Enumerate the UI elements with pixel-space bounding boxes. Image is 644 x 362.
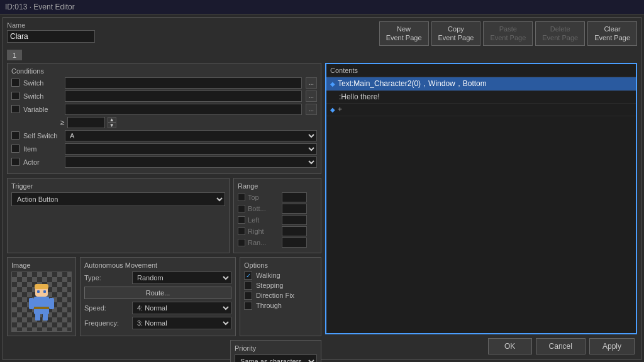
apply-button[interactable]: Apply: [589, 338, 635, 354]
autonomous-title: Autonomous Movement: [84, 261, 231, 269]
option-dirfix-row: Direction Fix: [244, 292, 317, 300]
contents-list[interactable]: ◆ Text:Main_Character2(0)，Window，Bottom …: [326, 77, 636, 333]
name-input[interactable]: [7, 30, 95, 43]
title-text: ID:013 · Event Editor: [5, 3, 75, 11]
switch1-dots-button[interactable]: ...: [306, 77, 317, 89]
range-random-checkbox[interactable]: [238, 239, 245, 246]
range-right-label: Right: [248, 228, 279, 235]
switch2-checkbox[interactable]: [11, 92, 19, 100]
range-bottom-checkbox[interactable]: [238, 205, 245, 212]
switch2-dots-button[interactable]: ...: [306, 90, 317, 102]
middle-area: Conditions Switch ... Switch ...: [7, 63, 637, 334]
condition-switch2-row: Switch ...: [11, 90, 317, 102]
walking-checkbox[interactable]: ✓: [244, 272, 252, 280]
image-box[interactable]: [11, 272, 72, 332]
range-left-checkbox[interactable]: [238, 216, 245, 224]
auto-speed-label: Speed:: [84, 304, 128, 312]
ge-up-button[interactable]: ▲: [108, 117, 116, 123]
paste-event-page-button[interactable]: PasteEvent Page: [483, 21, 533, 46]
range-title: Range: [238, 182, 317, 190]
range-right-input[interactable]: [282, 226, 307, 236]
auto-speed-select[interactable]: 1: Slowest 2: Slow 3: Slow Normal 4: Nor…: [132, 302, 231, 314]
range-random-input[interactable]: [282, 238, 307, 248]
bottom-bar: OK Cancel Apply: [7, 334, 637, 356]
options-section: Options ✓ Walking Stepping Direction Fix: [240, 257, 321, 336]
auto-type-select[interactable]: Fixed Random Approach Custom: [132, 272, 231, 284]
left-panel: Conditions Switch ... Switch ...: [7, 63, 321, 334]
svg-rect-7: [29, 298, 34, 309]
new-event-page-button[interactable]: NewEvent Page: [379, 21, 429, 46]
range-top-input[interactable]: [282, 192, 307, 202]
lower-left: Image: [7, 257, 321, 336]
svg-rect-0: [34, 297, 49, 314]
variable-dots-button[interactable]: ...: [306, 104, 317, 115]
through-checkbox[interactable]: [244, 302, 252, 310]
condition-switch1-row: Switch ...: [11, 77, 317, 89]
options-title: Options: [244, 261, 317, 269]
title-bar: ID:013 · Event Editor: [0, 0, 644, 14]
ge-down-button[interactable]: ▼: [108, 123, 116, 128]
copy-event-page-button[interactable]: CopyEvent Page: [431, 21, 481, 46]
auto-speed-row: Speed: 1: Slowest 2: Slow 3: Slow Normal…: [84, 302, 231, 314]
condition-variable-row: Variable ...: [11, 104, 317, 115]
range-bottom-row: Bott...: [238, 204, 317, 214]
ge-input[interactable]: [67, 117, 105, 128]
range-left-label: Left: [248, 216, 279, 224]
range-bottom-input[interactable]: [282, 204, 307, 214]
diamond-icon-0: ◆: [330, 80, 335, 87]
item-checkbox[interactable]: [11, 145, 19, 153]
range-right-checkbox[interactable]: [238, 228, 245, 235]
cancel-button[interactable]: Cancel: [536, 338, 586, 354]
content-row-0[interactable]: ◆ Text:Main_Character2(0)，Window，Bottom: [326, 77, 636, 91]
variable-checkbox[interactable]: [11, 105, 19, 113]
item-label: Item: [23, 145, 61, 153]
actor-checkbox[interactable]: [11, 158, 19, 166]
contents-panel: Contents ◆ Text:Main_Character2(0)，Windo…: [325, 63, 637, 334]
svg-rect-3: [37, 290, 40, 293]
item-select[interactable]: [65, 143, 317, 155]
range-left-row: Left: [238, 215, 317, 225]
svg-rect-4: [43, 290, 46, 293]
switch2-input[interactable]: [65, 90, 302, 102]
range-top-checkbox[interactable]: [238, 194, 245, 201]
svg-rect-9: [34, 307, 49, 309]
content-row-2[interactable]: ◆ +: [326, 104, 636, 116]
conditions-title: Conditions: [11, 67, 317, 75]
stepping-label: Stepping: [256, 282, 283, 289]
trigger-select[interactable]: Action Button Player Touch Event Touch A…: [11, 192, 225, 206]
self-switch-select[interactable]: ABCD: [65, 130, 317, 141]
trigger-section: Trigger Action Button Player Touch Event…: [7, 178, 230, 253]
direction-fix-checkbox[interactable]: [244, 292, 252, 300]
ok-button[interactable]: OK: [488, 338, 532, 354]
auto-type-row: Type: Fixed Random Approach Custom: [84, 272, 231, 284]
option-walking-row: ✓ Walking: [244, 272, 317, 280]
range-random-label: Ran...: [248, 239, 279, 246]
self-switch-label: Self Switch: [23, 132, 61, 140]
variable-input[interactable]: [65, 104, 302, 115]
diamond-icon-2: ◆: [330, 106, 335, 113]
delete-event-page-button[interactable]: DeleteEvent Page: [535, 21, 585, 46]
ge-symbol: ≥: [60, 118, 65, 127]
page-buttons-group: NewEvent Page CopyEvent Page PasteEvent …: [379, 21, 637, 46]
self-switch-checkbox[interactable]: [11, 131, 19, 140]
clear-event-page-button[interactable]: ClearEvent Page: [587, 21, 637, 46]
option-stepping-row: Stepping: [244, 282, 317, 290]
actor-label: Actor: [23, 158, 61, 166]
trigger-title: Trigger: [11, 182, 225, 190]
switch1-input[interactable]: [65, 77, 302, 89]
range-left-input[interactable]: [282, 215, 307, 225]
auto-freq-select[interactable]: 1: Lowest 2: Low 3: Normal 4: High 5: Hi…: [132, 317, 231, 329]
route-button[interactable]: Route...: [84, 287, 231, 299]
content-text-1: :Hello there!: [339, 92, 380, 101]
switch1-checkbox[interactable]: [11, 79, 19, 87]
svg-rect-5: [35, 313, 40, 321]
direction-fix-label: Direction Fix: [256, 292, 294, 299]
switch2-label: Switch: [23, 92, 61, 100]
page-tabs: 1: [7, 50, 637, 60]
variable-label: Variable: [23, 106, 61, 113]
page-tab-1[interactable]: 1: [7, 50, 22, 60]
ge-row: ≥ ▲ ▼: [11, 117, 317, 128]
stepping-checkbox[interactable]: [244, 282, 252, 290]
content-row-1[interactable]: :Hello there!: [326, 91, 636, 104]
actor-select[interactable]: [65, 156, 317, 168]
